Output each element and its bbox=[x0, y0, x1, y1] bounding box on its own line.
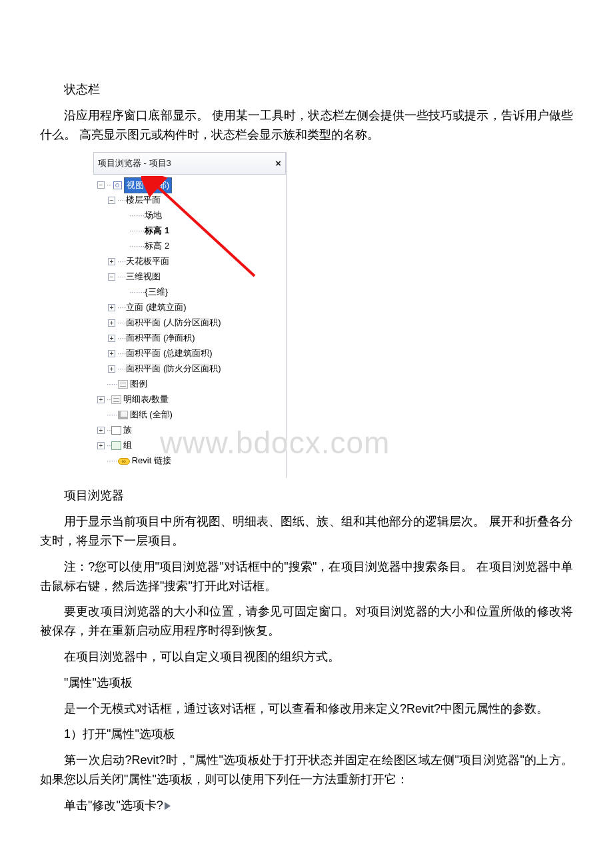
tree-area-plan-2[interactable]: + ···· 面积平面 (净面积) bbox=[97, 331, 283, 346]
expander-icon[interactable]: + bbox=[108, 335, 115, 342]
tree-label: 面积平面 (人防分区面积) bbox=[126, 316, 221, 330]
paragraph-open-properties: 1）打开"属性"选项板 bbox=[40, 725, 573, 744]
tree-level-2[interactable]: ······· 标高 2 bbox=[97, 239, 283, 254]
document-page: 状态栏 沿应用程序窗口底部显示。 使用某一工具时，状态栏左侧会提供一些技巧或提示… bbox=[0, 0, 613, 849]
expander-icon[interactable]: + bbox=[97, 442, 105, 449]
tree-label: 标高 2 bbox=[145, 239, 169, 253]
tree-label: 组 bbox=[123, 439, 132, 453]
expander-icon[interactable]: + bbox=[108, 319, 115, 327]
tree-ceiling-plans[interactable]: + ···· 天花板平面 bbox=[97, 254, 283, 269]
project-tree[interactable]: − ·· 视图 (全部) − ···· 楼层平面 ······· 场地 ····… bbox=[93, 175, 286, 471]
tree-label: 面积平面 (总建筑面积) bbox=[126, 347, 212, 361]
tree-label: 面积平面 (净面积) bbox=[126, 331, 195, 345]
tree-groups[interactable]: + ·· 组 bbox=[97, 438, 283, 453]
schedule-icon bbox=[111, 395, 121, 404]
tree-label: 面积平面 (防火分区面积) bbox=[126, 362, 221, 376]
expander-icon[interactable]: + bbox=[97, 396, 105, 403]
expander-icon[interactable]: + bbox=[108, 365, 115, 373]
panel-close-button[interactable]: × bbox=[275, 155, 281, 171]
tree-label-views-highlighted: 视图 (全部) bbox=[124, 177, 172, 194]
paragraph-status-bar-desc: 沿应用程序窗口底部显示。 使用某一工具时，状态栏左侧会提供一些技巧或提示，告诉用… bbox=[40, 106, 573, 145]
project-browser-panel: 项目浏览器 - 项目3 × − ·· 视图 (全部) − ···· 楼层平面 ·… bbox=[93, 152, 287, 478]
expander-icon[interactable]: − bbox=[108, 197, 115, 204]
tree-label: 标高 1 bbox=[145, 224, 169, 238]
tree-label: {三维} bbox=[145, 285, 168, 299]
tree-label: 楼层平面 bbox=[126, 193, 161, 207]
tree-families[interactable]: + ·· 族 bbox=[97, 423, 283, 438]
tree-floor-plans[interactable]: − ···· 楼层平面 bbox=[97, 193, 283, 208]
tree-3d-default[interactable]: ······· {三维} bbox=[97, 285, 283, 300]
tree-schedules[interactable]: + ·· 明细表/数量 bbox=[97, 392, 283, 407]
tree-sheets[interactable]: ····· 图纸 (全部) bbox=[97, 407, 283, 423]
expander-icon[interactable]: + bbox=[108, 304, 115, 311]
paragraph-note-search: 注：?您可以使用"项目浏览器"对话框中的"搜索"，在项目浏览器中搜索条目。 在项… bbox=[40, 557, 573, 596]
tree-area-plan-1[interactable]: + ···· 面积平面 (人防分区面积) bbox=[97, 315, 283, 331]
family-icon bbox=[111, 426, 121, 435]
expander-icon[interactable]: − bbox=[97, 181, 105, 189]
tree-label: 立面 (建筑立面) bbox=[126, 301, 186, 315]
legend-icon bbox=[118, 380, 128, 389]
tree-site[interactable]: ······· 场地 bbox=[97, 208, 283, 223]
paragraph-project-browser-desc: 用于显示当前项目中所有视图、明细表、图纸、族、组和其他部分的逻辑层次。 展开和折… bbox=[40, 512, 573, 551]
views-icon bbox=[113, 181, 122, 189]
tree-label: Revit 链接 bbox=[132, 454, 171, 468]
tree-3d-views[interactable]: − ···· 三维视图 bbox=[97, 269, 283, 285]
tree-area-plan-4[interactable]: + ···· 面积平面 (防火分区面积) bbox=[97, 361, 283, 377]
panel-title-text: 项目浏览器 - 项目3 bbox=[98, 157, 171, 171]
tree-label: 图例 bbox=[130, 377, 147, 391]
panel-title-bar: 项目浏览器 - 项目3 × bbox=[93, 152, 286, 175]
paragraph-resize-info: 要更改项目浏览器的大小和位置，请参见可固定窗口。对项目浏览器的大小和位置所做的修… bbox=[40, 602, 573, 641]
paragraph-properties-title: "属性"选项板 bbox=[40, 673, 573, 693]
paragraph-properties-desc: 是一个无模式对话框，通过该对话框，可以查看和修改用来定义?Revit?中图元属性… bbox=[40, 699, 573, 719]
expander-icon[interactable]: + bbox=[97, 427, 105, 434]
paragraph-project-browser-title: 项目浏览器 bbox=[40, 486, 573, 505]
link-icon: ∞ bbox=[118, 458, 130, 465]
expander-icon[interactable]: + bbox=[108, 258, 115, 265]
paragraph-click-modify: 单击"修改"选项卡? bbox=[40, 796, 573, 815]
tree-label: 明细表/数量 bbox=[123, 393, 169, 407]
tree-revit-links[interactable]: ····· ∞ Revit 链接 bbox=[97, 453, 283, 469]
paragraph-status-bar-title: 状态栏 bbox=[40, 80, 573, 99]
tree-elevations[interactable]: + ···· 立面 (建筑立面) bbox=[97, 300, 283, 315]
tree-area-plan-3[interactable]: + ···· 面积平面 (总建筑面积) bbox=[97, 346, 283, 361]
chevron-right-icon bbox=[165, 802, 171, 810]
tree-label: 图纸 (全部) bbox=[130, 408, 173, 422]
tree-legends[interactable]: ····· 图例 bbox=[97, 377, 283, 392]
tree-level-1[interactable]: ······· 标高 1 bbox=[97, 223, 283, 239]
sheets-icon bbox=[118, 411, 128, 419]
paragraph-custom-views: 在项目浏览器中，可以自定义项目视图的组织方式。 bbox=[40, 647, 573, 667]
tree-label: 天花板平面 bbox=[126, 255, 169, 269]
expander-icon[interactable]: + bbox=[108, 350, 115, 357]
tree-label: 三维视图 bbox=[126, 270, 161, 284]
group-icon bbox=[111, 441, 121, 450]
expander-icon[interactable]: − bbox=[108, 273, 115, 281]
tree-root-views[interactable]: − ·· 视图 (全部) bbox=[97, 177, 283, 193]
paragraph-first-start: 第一次启动?Revit?时，"属性"选项板处于打开状态并固定在绘图区域左侧"项目… bbox=[40, 751, 573, 789]
tree-label: 场地 bbox=[145, 209, 162, 223]
tree-label: 族 bbox=[123, 423, 132, 437]
